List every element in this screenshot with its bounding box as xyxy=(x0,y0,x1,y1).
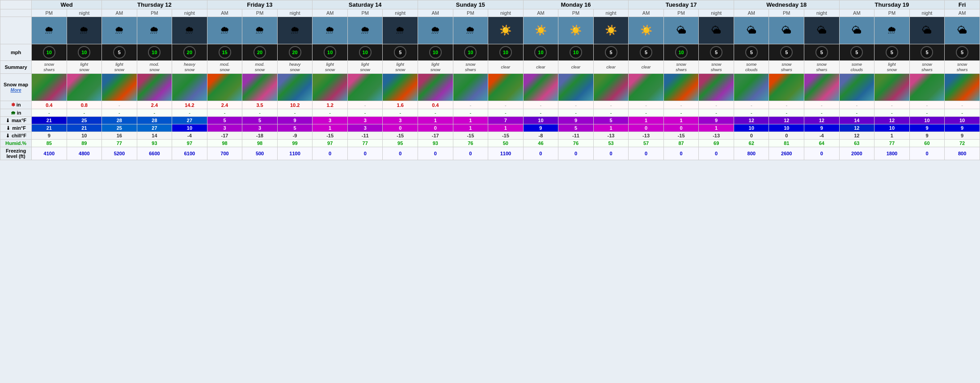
wind-row-cell-7: 20 xyxy=(277,44,313,61)
weather-forecast-table: WedThursday 12Friday 13Saturday 14Sunday… xyxy=(0,0,980,160)
rain-in-row-cell-23: - xyxy=(839,109,874,117)
chill-row-cell-11: -17 xyxy=(418,132,453,140)
snow-map-row-cell-13 xyxy=(488,74,524,101)
min-f-row-cell-16: 1 xyxy=(593,124,629,132)
humid-row-cell-21: 81 xyxy=(769,140,804,147)
summary-row-cell-17: clear xyxy=(629,61,664,74)
freeze-row-cell-10: 0 xyxy=(383,147,418,160)
chill-row-cell-21: 0 xyxy=(769,132,804,140)
freeze-row-cell-0: 4100 xyxy=(32,147,67,160)
sky-row-cell-25: 🌥 xyxy=(909,17,945,44)
wind-row-cell-3: 10 xyxy=(137,44,172,61)
humid-row-cell-10: 95 xyxy=(383,140,418,147)
rain-in-row-cell-26: - xyxy=(945,109,980,117)
chill-row-cell-26: 9 xyxy=(945,132,980,140)
snow-in-row-cell-12: - xyxy=(453,101,488,109)
snow-map-row-cell-6 xyxy=(242,74,278,101)
period-header-3-0: AM xyxy=(313,9,348,17)
rain-in-row-cell-0: - xyxy=(32,109,67,117)
freeze-row-cell-26: 800 xyxy=(945,147,980,160)
humid-row-cell-16: 53 xyxy=(593,140,629,147)
freeze-row-cell-9: 0 xyxy=(347,147,383,160)
max-f-row-cell-8: 3 xyxy=(313,117,348,124)
snow-map-more-link[interactable]: More xyxy=(11,88,21,93)
humid-row-cell-24: 77 xyxy=(874,140,910,147)
max-f-row-cell-1: 25 xyxy=(67,117,102,124)
freeze-row-cell-4: 6100 xyxy=(172,147,207,160)
min-f-row-cell-5: 3 xyxy=(207,124,242,132)
max-f-row-cell-9: 3 xyxy=(347,117,383,124)
min-f-row-cell-7: 5 xyxy=(277,124,313,132)
humid-row-cell-1: 89 xyxy=(67,140,102,147)
day-header-8: Thursday 19 xyxy=(839,0,945,9)
snow-map-row-cell-11 xyxy=(418,74,453,101)
rain-in-row-cell-3: - xyxy=(137,109,172,117)
wind-row-cell-23: 5 xyxy=(839,44,874,61)
sky-row-cell-5: 🌨 xyxy=(207,17,242,44)
chill-row-cell-12: -15 xyxy=(453,132,488,140)
summary-row-cell-14: clear xyxy=(523,61,558,74)
chill-row-cell-17: -13 xyxy=(629,132,664,140)
min-f-row-cell-17: 0 xyxy=(629,124,664,132)
sky-row-cell-9: 🌨 xyxy=(347,17,383,44)
humid-row-cell-11: 93 xyxy=(418,140,453,147)
day-header-5: Monday 16 xyxy=(523,0,629,9)
summary-row-cell-16: clear xyxy=(593,61,629,74)
summary-row-cell-18: snowshwrs xyxy=(663,61,699,74)
max-f-row-cell-15: 9 xyxy=(558,117,594,124)
snow-in-row-cell-17: - xyxy=(629,101,664,109)
snow-map-row-cell-0 xyxy=(32,74,67,101)
max-f-row-cell-26: 10 xyxy=(945,117,980,124)
freeze-row-cell-18: 0 xyxy=(663,147,699,160)
min-f-row-cell-4: 10 xyxy=(172,124,207,132)
chill-row-cell-6: -18 xyxy=(242,132,278,140)
snow-in-row-cell-11: 0.4 xyxy=(418,101,453,109)
sky-row-cell-13: ☀️ xyxy=(488,17,524,44)
wind-row-cell-14: 10 xyxy=(523,44,558,61)
period-header-9-0: AM xyxy=(945,9,980,17)
min-f-row-cell-13: 1 xyxy=(488,124,524,132)
snow-map-row-cell-7 xyxy=(277,74,313,101)
chill-row-cell-25: 9 xyxy=(909,132,945,140)
sky-row-cell-1: 🌨 xyxy=(67,17,102,44)
min-f-row-cell-22: 9 xyxy=(804,124,840,132)
summary-row-cell-9: lightsnow xyxy=(347,61,383,74)
summary-row-cell-1: lightsnow xyxy=(67,61,102,74)
snow-in-row-cell-13: - xyxy=(488,101,524,109)
rain-in-row-cell-5: - xyxy=(207,109,242,117)
summary-row-cell-15: clear xyxy=(558,61,594,74)
sky-row-cell-22: 🌥 xyxy=(804,17,840,44)
period-header-1-0: AM xyxy=(102,9,137,17)
rain-in-row-cell-16: - xyxy=(593,109,629,117)
chill-row-cell-10: -15 xyxy=(383,132,418,140)
humid-row-cell-25: 60 xyxy=(909,140,945,147)
sky-row-cell-15: ☀️ xyxy=(558,17,594,44)
snow-in-row-cell-0: 0.4 xyxy=(32,101,67,109)
max-f-row-cell-12: 1 xyxy=(453,117,488,124)
min-f-row-cell-25: 9 xyxy=(909,124,945,132)
snow-map-row: Snow mapMore xyxy=(0,74,980,101)
humid-row-label: Humid.% xyxy=(0,140,32,147)
period-header-7-2: night xyxy=(804,9,840,17)
humid-row-cell-5: 98 xyxy=(207,140,242,147)
max-f-row-cell-22: 12 xyxy=(804,117,840,124)
rain-in-row-cell-21: - xyxy=(769,109,804,117)
wind-row-cell-10: 5 xyxy=(383,44,418,61)
summary-row-cell-22: snowshwrs xyxy=(804,61,840,74)
wind-row-cell-0: 10 xyxy=(32,44,67,61)
rain-in-row-cell-15: - xyxy=(558,109,594,117)
rain-in-row-cell-18: - xyxy=(663,109,699,117)
period-header-7-1: PM xyxy=(769,9,804,17)
chill-row-cell-13: -15 xyxy=(488,132,524,140)
summary-row-cell-26: snowshwrs xyxy=(945,61,980,74)
chill-row-cell-16: -13 xyxy=(593,132,629,140)
snow-map-row-cell-8 xyxy=(313,74,348,101)
chill-row-cell-14: -8 xyxy=(523,132,558,140)
rain-in-row-cell-2: - xyxy=(102,109,137,117)
sky-row-cell-11: 🌨 xyxy=(418,17,453,44)
rain-in-row-cell-7: - xyxy=(277,109,313,117)
humid-row-cell-26: 72 xyxy=(945,140,980,147)
summary-row-cell-7: heavysnow xyxy=(277,61,313,74)
summary-row-cell-4: heavysnow xyxy=(172,61,207,74)
sky-row-cell-14: ☀️ xyxy=(523,17,558,44)
